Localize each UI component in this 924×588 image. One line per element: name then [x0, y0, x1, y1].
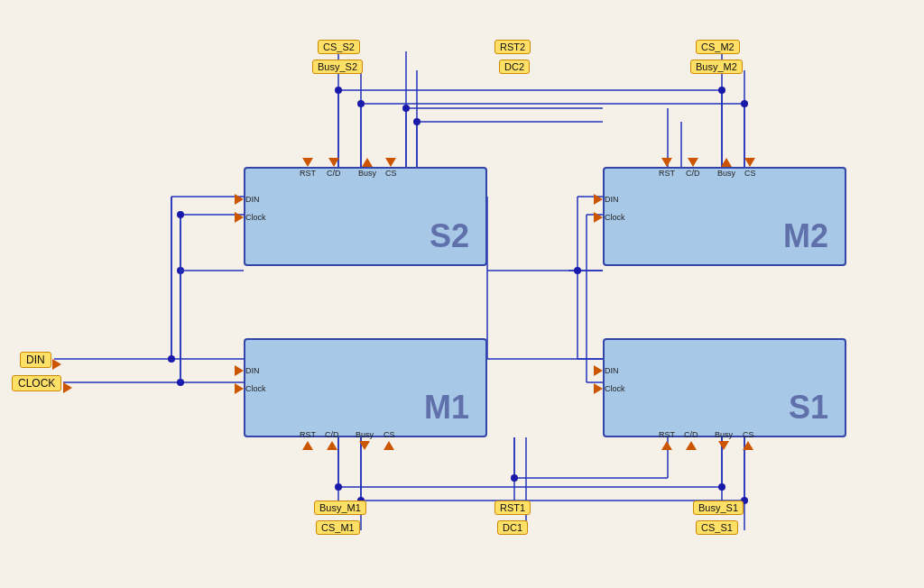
port-S2-DIN-label: DIN [245, 195, 260, 204]
arrow-M2-Clock [594, 212, 603, 223]
port-M1-DIN-label: DIN [245, 366, 260, 375]
port-S1-CS: CS [743, 430, 754, 450]
arrow-S2-DIN [235, 194, 244, 205]
arrow-S2-CD [328, 158, 339, 167]
port-M2-Busy-label: Busy [717, 169, 735, 178]
port-S2-Busy: Busy [358, 158, 376, 178]
port-S1-CS-label: CS [743, 430, 754, 439]
port-M2-DIN-label: DIN [605, 195, 619, 204]
arrow-M1-RST [302, 441, 313, 450]
svg-point-62 [335, 483, 342, 491]
arrow-M2-CS [744, 158, 755, 167]
arrow-M1-CD [327, 441, 337, 450]
port-S1-RST-label: RST [659, 430, 675, 439]
port-M2-Clock-label: Clock [605, 213, 625, 222]
input-CLOCK: CLOCK [12, 375, 61, 391]
arrow-S1-RST [661, 441, 672, 450]
port-S2-CD: C/D [327, 158, 341, 178]
signal-RST1: RST1 [494, 501, 531, 515]
arrow-M2-Busy [721, 158, 732, 167]
svg-point-42 [177, 267, 184, 274]
wiring-svg [0, 0, 924, 588]
svg-point-41 [574, 267, 581, 274]
port-S2-Busy-label: Busy [358, 169, 376, 178]
signal-DC1: DC1 [497, 520, 528, 535]
port-M1-CS: CS [383, 430, 395, 450]
arrow-M1-Busy [359, 441, 370, 450]
svg-point-53 [718, 87, 725, 94]
port-M2-RST: RST [659, 158, 675, 178]
signal-Busy-S2: Busy_S2 [312, 60, 363, 74]
chip-S1: DIN Clock RST C/D Busy CS S1 [603, 338, 846, 437]
signal-CS-S2: CS_S2 [318, 40, 360, 54]
port-S1-DIN-label: DIN [605, 366, 619, 375]
port-S2-Clock-label: Clock [245, 213, 266, 222]
arrow-S1-DIN [594, 365, 603, 376]
port-M2-CS: CS [744, 158, 756, 178]
chip-M2: DIN Clock RST C/D Busy CS M2 [603, 167, 846, 266]
port-M1-Clock-label: Clock [245, 384, 266, 393]
port-M1-Busy: Busy [356, 430, 374, 450]
diagram-container: DIN Clock RST C/D Busy CS S2 [0, 0, 924, 588]
port-S2-CD-label: C/D [327, 169, 341, 178]
svg-point-63 [718, 483, 725, 491]
svg-point-43 [511, 474, 518, 482]
arrow-S2-CS [385, 158, 396, 167]
port-M2-Busy: Busy [717, 158, 735, 178]
port-M2-CS-label: CS [744, 169, 756, 178]
port-S1-Clock: Clock [594, 383, 625, 394]
arrow-S1-CD [686, 441, 697, 450]
signal-Busy-M1: Busy_M1 [314, 501, 366, 515]
input-DIN: DIN [20, 352, 51, 368]
port-S2-DIN: DIN [235, 194, 260, 205]
port-M1-Busy-label: Busy [356, 430, 374, 439]
port-S1-RST: RST [659, 430, 675, 450]
chip-S2-label: S2 [430, 217, 469, 255]
arrow-CLOCK-input [63, 382, 72, 393]
port-M1-Clock: Clock [235, 383, 266, 394]
port-M1-CD-label: C/D [325, 430, 339, 439]
port-S1-DIN: DIN [594, 365, 619, 376]
port-S1-Busy-label: Busy [715, 430, 733, 439]
svg-point-40 [177, 379, 184, 386]
port-S2-CS-label: CS [385, 169, 397, 178]
port-M1-RST: RST [300, 430, 316, 450]
arrow-M2-DIN [594, 194, 603, 205]
signal-RST2: RST2 [494, 40, 531, 54]
signal-Busy-M2: Busy_M2 [690, 60, 743, 74]
chip-S2: DIN Clock RST C/D Busy CS S2 [244, 167, 487, 266]
chip-S1-label: S1 [789, 389, 828, 427]
svg-point-48 [177, 211, 184, 218]
port-M2-CD: C/D [686, 158, 700, 178]
arrow-S1-Clock [594, 383, 603, 394]
svg-point-45 [413, 118, 420, 125]
port-S2-Clock: Clock [235, 212, 266, 223]
port-M1-RST-label: RST [300, 430, 316, 439]
port-S2-RST-label: RST [300, 169, 316, 178]
signal-DC2: DC2 [499, 60, 530, 74]
port-S1-CD-label: C/D [684, 430, 698, 439]
port-S2-RST: RST [300, 158, 316, 178]
arrow-M2-RST [661, 158, 672, 167]
port-S1-Busy: Busy [715, 430, 733, 450]
arrow-M1-Clock [235, 383, 244, 394]
svg-point-57 [357, 100, 365, 107]
arrow-M1-CS [383, 441, 394, 450]
arrow-S2-Clock [235, 212, 244, 223]
arrow-M2-CD [688, 158, 698, 167]
port-M1-DIN: DIN [235, 365, 260, 376]
svg-point-39 [168, 355, 175, 363]
port-M2-CD-label: C/D [686, 169, 700, 178]
port-M2-DIN: DIN [594, 194, 619, 205]
port-M2-RST-label: RST [659, 169, 675, 178]
arrow-DIN-input [52, 359, 61, 370]
arrow-S1-CS [743, 441, 753, 450]
port-M2-Clock: Clock [594, 212, 625, 223]
port-M1-CD: C/D [325, 430, 339, 450]
svg-point-44 [402, 105, 410, 112]
port-S1-CD: C/D [684, 430, 698, 450]
arrow-M1-DIN [235, 365, 244, 376]
arrow-S1-Busy [718, 441, 729, 450]
signal-CS-S1: CS_S1 [696, 520, 738, 535]
arrow-S2-RST [302, 158, 313, 167]
